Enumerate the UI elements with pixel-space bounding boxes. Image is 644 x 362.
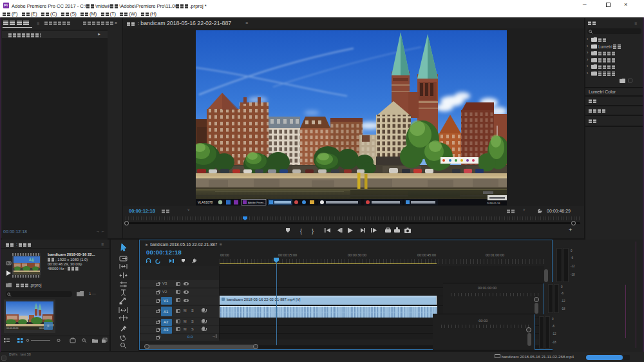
- svg-text:}: }: [312, 228, 314, 234]
- svg-text:Adobe Premi...: Adobe Premi...: [248, 201, 266, 204]
- svg-text:VLA61078: VLA61078: [198, 200, 213, 204]
- svg-text:{: {: [300, 228, 302, 234]
- svg-text:2018-05-16: 2018-05-16: [487, 202, 500, 205]
